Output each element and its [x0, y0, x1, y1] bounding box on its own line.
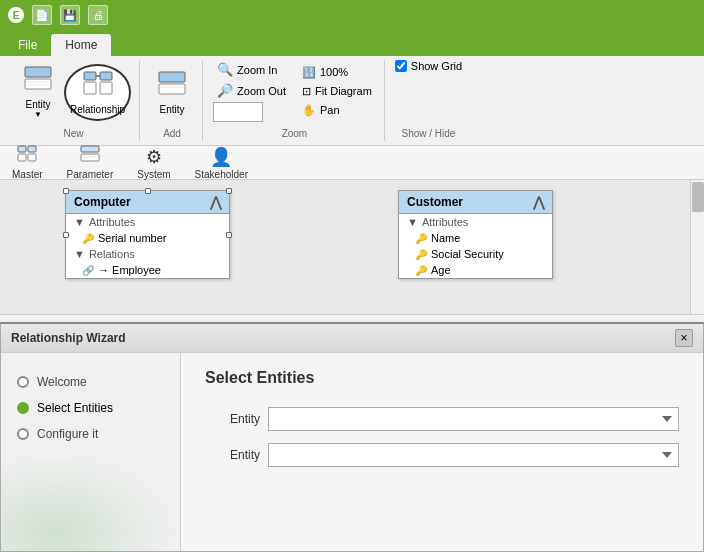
- zoom-100-icon: 🔢: [302, 66, 316, 79]
- entity-customer-collapse[interactable]: ⋀: [533, 194, 544, 210]
- ssn-icon: 🔑: [415, 249, 427, 260]
- entity-computer-serial: 🔑 Serial number: [66, 230, 229, 246]
- svg-rect-13: [18, 154, 26, 161]
- tab-home[interactable]: Home: [51, 34, 111, 56]
- svg-rect-16: [81, 146, 99, 152]
- zoom-in-button[interactable]: 🔍 Zoom In: [213, 60, 290, 79]
- ribbon-group-zoom: 🔍 Zoom In 🔎 Zoom Out 🔢 100% ⊡: [205, 60, 385, 141]
- entity1-row: Entity: [205, 407, 679, 431]
- resize-handle-tl[interactable]: [63, 188, 69, 194]
- zoom-100-button[interactable]: 🔢 100%: [298, 64, 376, 81]
- show-grid-check[interactable]: [395, 60, 407, 72]
- entity-computer-attributes-label: ▼ Attributes: [66, 214, 229, 230]
- svg-rect-5: [84, 82, 96, 94]
- ribbon-zoom-items: 🔍 Zoom In 🔎 Zoom Out 🔢 100% ⊡: [213, 60, 376, 124]
- wizard-step-select-entities[interactable]: Select Entities: [1, 395, 180, 421]
- resize-handle-mr[interactable]: [226, 232, 232, 238]
- entity-new-label: Entity: [25, 99, 50, 110]
- dialog-body: Welcome Select Entities Configure it Sel…: [1, 353, 703, 551]
- resize-handle-tr[interactable]: [226, 188, 232, 194]
- title-bar: E 📄 💾 🖨: [0, 0, 704, 30]
- master-button[interactable]: Master: [8, 143, 47, 182]
- ribbon-add-items: Entity: [150, 60, 194, 124]
- titlebar-file-btn[interactable]: 📄: [32, 5, 52, 25]
- ribbon: Entity ▼ Relationship New: [0, 56, 704, 146]
- employee-icon: 🔗: [82, 265, 94, 276]
- pan-icon: ✋: [302, 104, 316, 117]
- show-grid-checkbox[interactable]: Show Grid: [395, 60, 462, 72]
- entity-computer-relations-label: ▼ Relations: [66, 246, 229, 262]
- pan-button[interactable]: ✋ Pan: [298, 102, 376, 119]
- step-label-welcome: Welcome: [37, 375, 87, 389]
- relations-collapse-icon: ▼: [74, 248, 85, 260]
- relationship-label: Relationship: [70, 104, 125, 115]
- parameter-button[interactable]: Parameter: [63, 143, 118, 182]
- entity2-label: Entity: [205, 448, 260, 462]
- dialog-titlebar: Relationship Wizard ×: [1, 324, 703, 353]
- dialog-close-button[interactable]: ×: [675, 329, 693, 347]
- master-icon: [17, 145, 37, 168]
- app-icon: E: [8, 7, 24, 23]
- relationship-button[interactable]: Relationship: [64, 64, 131, 121]
- zoom-out-icon: 🔎: [217, 83, 233, 98]
- tab-file[interactable]: File: [4, 34, 51, 56]
- ribbon-group-add: Entity Add: [142, 60, 203, 141]
- stakeholder-button[interactable]: 👤 Stakeholder: [191, 144, 252, 182]
- ribbon-tabs: File Home: [0, 30, 704, 56]
- zoom-value-input[interactable]: [213, 102, 263, 122]
- zoom-out-button[interactable]: 🔎 Zoom Out: [213, 81, 290, 100]
- svg-rect-10: [159, 84, 185, 94]
- relationship-wizard-dialog: Relationship Wizard × Welcome Select Ent…: [0, 322, 704, 552]
- titlebar-print-btn[interactable]: 🖨: [88, 5, 108, 25]
- entity-new-button[interactable]: Entity ▼: [16, 60, 60, 124]
- entity-computer: Computer ⋀ ▼ Attributes 🔑 Serial number …: [65, 190, 230, 279]
- svg-rect-14: [28, 146, 36, 152]
- entity-add-button[interactable]: Entity: [150, 65, 194, 120]
- wizard-step-configure[interactable]: Configure it: [1, 421, 180, 447]
- canvas-scrollbar[interactable]: [690, 180, 704, 314]
- stakeholder-icon: 👤: [210, 146, 232, 168]
- relationship-icon: [83, 70, 113, 102]
- zoom-in-icon: 🔍: [217, 62, 233, 77]
- system-button[interactable]: ⚙ System: [133, 144, 174, 182]
- entity1-select[interactable]: [268, 407, 679, 431]
- svg-rect-9: [159, 72, 185, 82]
- ribbon-show-hide-group-label: Show / Hide: [402, 124, 456, 141]
- svg-rect-7: [100, 82, 112, 94]
- system-icon: ⚙: [146, 146, 162, 168]
- wizard-sidebar: Welcome Select Entities Configure it: [1, 353, 181, 551]
- age-icon: 🔑: [415, 265, 427, 276]
- wizard-content: Select Entities Entity Entity: [181, 353, 703, 551]
- entity-add-label: Entity: [160, 104, 185, 115]
- entity-computer-collapse[interactable]: ⋀: [210, 194, 221, 210]
- fit-diagram-button[interactable]: ⊡ Fit Diagram: [298, 83, 376, 100]
- resize-handle-tm[interactable]: [145, 188, 151, 194]
- wizard-content-title: Select Entities: [205, 369, 679, 387]
- svg-rect-6: [100, 72, 112, 80]
- entity2-row: Entity: [205, 443, 679, 467]
- scrollbar-thumb[interactable]: [692, 182, 704, 212]
- entity-customer-ssn: 🔑 Social Security: [399, 246, 552, 262]
- parameter-icon: [80, 145, 100, 168]
- entity-new-icon: [23, 65, 53, 97]
- entity-computer-title: Computer: [74, 195, 131, 209]
- ribbon-group-show-hide: Show Grid Show / Hide: [387, 60, 470, 141]
- titlebar-save-btn[interactable]: 💾: [60, 5, 80, 25]
- ribbon-zoom-group-label: Zoom: [282, 124, 308, 141]
- entity-customer-header: Customer ⋀: [399, 191, 552, 214]
- entity-add-icon: [157, 70, 187, 102]
- ribbon-new-items: Entity ▼ Relationship: [16, 60, 131, 124]
- entity-customer-title: Customer: [407, 195, 463, 209]
- attributes-collapse-icon: ▼: [74, 216, 85, 228]
- canvas-area: Computer ⋀ ▼ Attributes 🔑 Serial number …: [0, 180, 704, 315]
- step-radio-select-entities: [17, 402, 29, 414]
- resize-handle-ml[interactable]: [63, 232, 69, 238]
- svg-rect-12: [18, 146, 26, 152]
- zoom-controls-right: 🔢 100% ⊡ Fit Diagram ✋ Pan: [298, 64, 376, 119]
- svg-rect-4: [84, 72, 96, 80]
- dialog-title: Relationship Wizard: [11, 331, 126, 345]
- svg-rect-17: [81, 154, 99, 161]
- entity-computer-employee: 🔗 → Employee: [66, 262, 229, 278]
- wizard-step-welcome[interactable]: Welcome: [1, 369, 180, 395]
- entity2-select[interactable]: [268, 443, 679, 467]
